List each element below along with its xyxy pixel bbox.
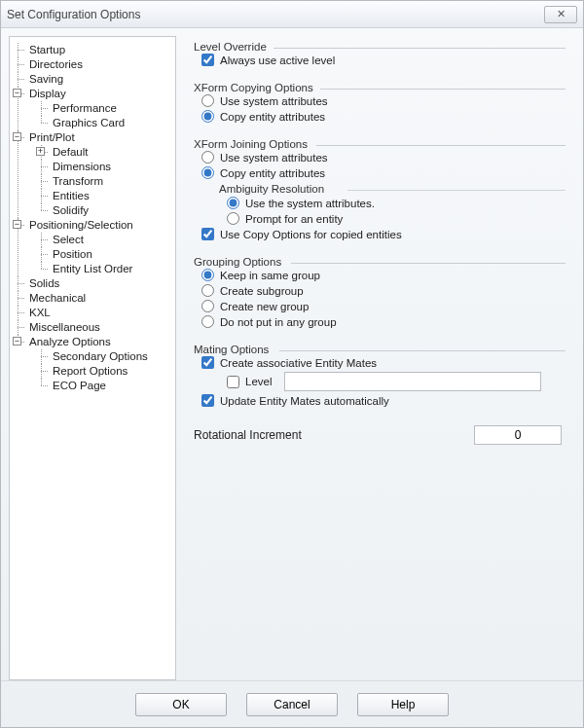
ambiguity-use-system-label: Use the system attributes.	[245, 198, 375, 209]
xjoin-use-system-row[interactable]: Use system attributes	[201, 151, 558, 164]
use-copy-options-row[interactable]: Use Copy Options for copied entities	[201, 228, 558, 240]
tree-item-label[interactable]: Dimensions	[51, 161, 113, 172]
tree-item[interactable]: +Default	[41, 145, 171, 160]
xcopy-use-system-radio[interactable]	[201, 94, 214, 107]
help-button[interactable]: Help	[357, 693, 449, 716]
tree-item-label[interactable]: Directories	[27, 58, 85, 70]
tree-item[interactable]: ECO Page	[41, 379, 171, 393]
group-new-radio[interactable]	[201, 300, 214, 312]
always-active-level-checkbox[interactable]	[201, 54, 214, 66]
group-none-radio[interactable]	[201, 315, 214, 328]
ambiguity-prompt-row[interactable]: Prompt for an entity	[227, 212, 558, 225]
tree-item-label[interactable]: Positioning/Selection	[27, 219, 135, 231]
mating-update-row[interactable]: Update Entity Mates automatically	[201, 394, 558, 407]
tree-item-label[interactable]: Startup	[27, 44, 67, 55]
mating-create-checkbox[interactable]	[201, 356, 214, 369]
tree-item[interactable]: Performance	[41, 101, 171, 116]
ambiguity-header: Ambiguity Resolution	[219, 183, 558, 195]
xjoin-copy-entity-radio[interactable]	[201, 166, 214, 179]
tree-item-label[interactable]: Select	[51, 234, 86, 245]
xjoin-copy-entity-label: Copy entity attributes	[220, 167, 325, 179]
xcopy-copy-entity-row[interactable]: Copy entity attributes	[201, 110, 558, 123]
tree-item-label[interactable]: Transform	[51, 175, 105, 187]
tree-item[interactable]: Graphics Card	[41, 116, 171, 130]
mating-create-label: Create associative Entity Mates	[220, 357, 377, 369]
collapse-icon[interactable]: −	[13, 89, 21, 97]
xcopy-copy-entity-radio[interactable]	[201, 110, 214, 123]
tree-item-label[interactable]: Solids	[27, 277, 61, 289]
group-keep-label: Keep in same group	[220, 270, 320, 281]
tree-item-label[interactable]: Entity List Order	[51, 263, 134, 274]
tree-item[interactable]: −DisplayPerformanceGraphics Card	[18, 87, 171, 130]
group-sub-row[interactable]: Create subgroup	[201, 284, 558, 297]
group-sub-radio[interactable]	[201, 284, 214, 297]
tree-item[interactable]: Miscellaneous	[18, 320, 171, 335]
tree-item-label[interactable]: Display	[27, 88, 68, 99]
group-xform-joining: XForm Joining Options Use system attribu…	[190, 139, 566, 249]
tree-item[interactable]: KXL	[18, 306, 171, 320]
tree-item-label[interactable]: Mechanical	[27, 292, 88, 304]
tree-item[interactable]: Secondary Options	[41, 349, 171, 364]
ambiguity-use-system-row[interactable]: Use the system attributes.	[227, 197, 558, 209]
xjoin-copy-entity-row[interactable]: Copy entity attributes	[201, 166, 558, 179]
ambiguity-use-system-radio[interactable]	[227, 197, 239, 209]
tree-item[interactable]: Dimensions	[41, 160, 171, 174]
xcopy-use-system-row[interactable]: Use system attributes	[201, 94, 558, 107]
tree-item[interactable]: Transform	[41, 174, 171, 189]
group-xform-copying: XForm Copying Options Use system attribu…	[190, 83, 566, 131]
tree-item[interactable]: Position	[41, 247, 171, 262]
tree-item-label[interactable]: KXL	[27, 307, 53, 318]
category-tree[interactable]: StartupDirectoriesSaving−DisplayPerforma…	[9, 36, 176, 680]
xcopy-copy-entity-label: Copy entity attributes	[220, 111, 325, 123]
collapse-icon[interactable]: −	[13, 337, 21, 346]
tree-item[interactable]: Directories	[18, 57, 171, 72]
tree-item[interactable]: −Positioning/SelectionSelectPositionEnti…	[18, 218, 171, 276]
tree-item-label[interactable]: Entities	[51, 190, 91, 201]
use-copy-options-checkbox[interactable]	[201, 228, 214, 240]
tree-item-label[interactable]: Secondary Options	[51, 350, 150, 362]
tree-item[interactable]: Entity List Order	[41, 262, 171, 276]
ok-button[interactable]: OK	[135, 693, 227, 716]
close-button[interactable]: ✕	[544, 6, 577, 23]
tree-item-label[interactable]: Print/Plot	[27, 131, 77, 143]
cancel-button[interactable]: Cancel	[246, 693, 338, 716]
tree-item-label[interactable]: Default	[51, 146, 90, 158]
xjoin-use-system-radio[interactable]	[201, 151, 214, 164]
collapse-icon[interactable]: −	[13, 220, 21, 229]
tree-item[interactable]: Solidify	[41, 203, 171, 218]
tree-item-label[interactable]: Miscellaneous	[27, 321, 102, 333]
tree-item[interactable]: −Print/Plot+DefaultDimensionsTransformEn…	[18, 130, 171, 218]
tree-item[interactable]: Report Options	[41, 364, 171, 379]
collapse-icon[interactable]: −	[13, 132, 21, 141]
always-active-level-row[interactable]: Always use active level	[201, 54, 558, 66]
legend-mating: Mating Options	[194, 344, 274, 355]
ambiguity-prompt-radio[interactable]	[227, 212, 239, 225]
group-keep-radio[interactable]	[201, 269, 214, 281]
expand-icon[interactable]: +	[36, 147, 45, 156]
tree-item-label[interactable]: Saving	[27, 73, 65, 85]
tree-item[interactable]: Select	[41, 233, 171, 247]
mating-level-checkbox[interactable]	[227, 376, 239, 388]
tree-item[interactable]: Mechanical	[18, 291, 171, 306]
tree-item-label[interactable]: Graphics Card	[51, 117, 127, 128]
mating-update-label: Update Entity Mates automatically	[220, 395, 389, 407]
tree-item-label[interactable]: Position	[51, 248, 94, 260]
mating-update-checkbox[interactable]	[201, 394, 214, 407]
legend-level-override: Level Override	[194, 41, 273, 53]
rotational-increment-input[interactable]	[474, 425, 562, 445]
group-new-row[interactable]: Create new group	[201, 300, 558, 312]
tree-item-label[interactable]: ECO Page	[51, 380, 108, 391]
mating-level-input[interactable]	[284, 372, 541, 391]
tree-item-label[interactable]: Performance	[51, 102, 119, 114]
group-none-row[interactable]: Do not put in any group	[201, 315, 558, 328]
tree-item[interactable]: Entities	[41, 189, 171, 203]
group-keep-row[interactable]: Keep in same group	[201, 269, 558, 281]
tree-item[interactable]: Startup	[18, 43, 171, 57]
tree-item[interactable]: Saving	[18, 72, 171, 87]
tree-item-label[interactable]: Analyze Options	[27, 336, 113, 347]
mating-create-row[interactable]: Create associative Entity Mates	[201, 356, 558, 369]
tree-item-label[interactable]: Solidify	[51, 204, 91, 216]
tree-item-label[interactable]: Report Options	[51, 365, 129, 377]
tree-item[interactable]: Solids	[18, 276, 171, 291]
tree-item[interactable]: −Analyze OptionsSecondary OptionsReport …	[18, 335, 171, 393]
